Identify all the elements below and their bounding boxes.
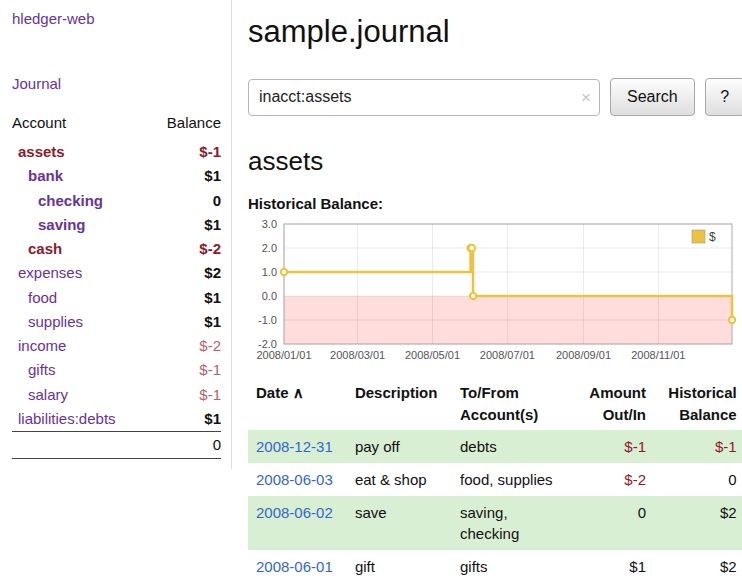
sidebar-account-row: expenses$2	[12, 261, 221, 285]
help-button[interactable]: ?	[705, 78, 742, 116]
sidebar-account-link[interactable]: bank	[28, 167, 63, 184]
transaction-date-link[interactable]: 2008-06-01	[256, 558, 333, 575]
transaction-balance: 0	[654, 463, 742, 496]
sidebar-account-link[interactable]: supplies	[28, 313, 83, 330]
col-header-date[interactable]: Date ∧	[248, 378, 347, 430]
transaction-description: gift	[347, 550, 452, 582]
sidebar-account-balance: $1	[149, 164, 221, 188]
transaction-date-link[interactable]: 2008-12-31	[256, 438, 333, 455]
col-header-accounts: To/From Account(s)	[452, 378, 574, 430]
svg-text:2008/07/01: 2008/07/01	[480, 349, 535, 361]
sidebar-account-row: checking0	[12, 189, 221, 213]
transaction-balance: $2	[654, 496, 742, 550]
col-header-description: Description	[347, 378, 452, 430]
transactions-body: 2008-12-31pay offdebts$-1$-12008-06-03ea…	[248, 430, 742, 582]
transaction-row: 2008-06-01giftgifts$1$2	[248, 550, 742, 582]
transaction-date-link[interactable]: 2008-06-03	[256, 471, 333, 488]
sidebar-account-balance: $1	[149, 407, 221, 432]
col-header-date-label: Date	[256, 384, 289, 401]
sidebar-account-link[interactable]: gifts	[28, 361, 56, 378]
sidebar-account-balance: $1	[149, 286, 221, 310]
sidebar-account-row: gifts$-1	[12, 358, 221, 382]
account-heading: assets	[248, 146, 742, 177]
transaction-row: 2008-06-03eat & shopfood, supplies$-20	[248, 463, 742, 496]
sidebar-total-spacer	[12, 432, 149, 459]
sidebar-account-row: income$-2	[12, 334, 221, 358]
sidebar-account-balance: $-1	[149, 140, 221, 164]
transaction-row: 2008-12-31pay offdebts$-1$-1	[248, 430, 742, 463]
transaction-date-link[interactable]: 2008-06-02	[256, 504, 333, 521]
search-input-wrapper: ×	[248, 79, 600, 116]
sidebar-account-link[interactable]: cash	[28, 240, 62, 257]
main-content: sample.journal × Search ? assets Histori…	[232, 0, 742, 582]
transaction-date-cell: 2008-06-03	[248, 463, 347, 496]
sidebar-account-link[interactable]: liabilities:debts	[18, 410, 116, 427]
col-header-balance: Historical Balance	[654, 378, 742, 430]
sidebar-account-row: saving$1	[12, 213, 221, 237]
nav-journal-link[interactable]: Journal	[12, 75, 221, 92]
transaction-amount: 0	[574, 496, 654, 550]
sidebar-account-balance: $-2	[149, 237, 221, 261]
transaction-date-cell: 2008-06-02	[248, 496, 347, 550]
sidebar-total-row: 0	[12, 432, 221, 459]
svg-text:2008/01/01: 2008/01/01	[256, 349, 311, 361]
transaction-accounts: gifts	[452, 550, 574, 582]
sidebar-account-balance: $-1	[149, 383, 221, 407]
accounts-header-balance: Balance	[149, 112, 221, 140]
sidebar-account-link[interactable]: expenses	[18, 264, 82, 281]
sidebar-account-balance: $-1	[149, 358, 221, 382]
app-title-link[interactable]: hledger-web	[12, 10, 221, 27]
transaction-date-cell: 2008-06-01	[248, 550, 347, 582]
transactions-table: Date ∧ Description To/From Account(s) Am…	[248, 378, 742, 582]
transaction-description: save	[347, 496, 452, 550]
svg-text:-1.0: -1.0	[258, 314, 277, 326]
balance-chart: 3.02.01.00.0-1.0-2.02008/01/012008/03/01…	[248, 218, 736, 368]
svg-text:2008/03/01: 2008/03/01	[330, 349, 385, 361]
transaction-amount: $-1	[574, 430, 654, 463]
sort-ascending-icon: ∧	[293, 384, 304, 401]
svg-text:$: $	[709, 230, 716, 244]
sidebar-account-row: supplies$1	[12, 310, 221, 334]
sidebar-account-row: cash$-2	[12, 237, 221, 261]
search-form: × Search ?	[248, 78, 742, 116]
sidebar-account-balance: 0	[149, 189, 221, 213]
sidebar-account-link[interactable]: saving	[38, 216, 86, 233]
transaction-amount: $1	[574, 550, 654, 582]
search-input[interactable]	[248, 79, 600, 116]
transaction-description: pay off	[347, 430, 452, 463]
sidebar-account-row: food$1	[12, 286, 221, 310]
transactions-header-row: Date ∧ Description To/From Account(s) Am…	[248, 378, 742, 430]
transaction-description: eat & shop	[347, 463, 452, 496]
sidebar-account-link[interactable]: food	[28, 289, 57, 306]
transaction-row: 2008-06-02savesaving, checking0$2	[248, 496, 742, 550]
sidebar-account-row: assets$-1	[12, 140, 221, 164]
svg-text:1.0: 1.0	[262, 266, 277, 278]
accounts-header-row: Account Balance	[12, 112, 221, 140]
svg-text:2008/05/01: 2008/05/01	[405, 349, 460, 361]
chart-title: Historical Balance:	[248, 195, 742, 212]
clear-search-icon[interactable]: ×	[581, 89, 591, 106]
svg-text:3.0: 3.0	[262, 218, 277, 230]
sidebar-account-balance: $2	[149, 261, 221, 285]
sidebar-account-row: salary$-1	[12, 383, 221, 407]
sidebar-account-balance: $1	[149, 310, 221, 334]
sidebar-account-balance: $1	[149, 213, 221, 237]
search-button[interactable]: Search	[610, 78, 695, 116]
page-title: sample.journal	[248, 14, 742, 50]
sidebar-account-link[interactable]: assets	[18, 143, 65, 160]
hledger-web-app: hledger-web Journal Account Balance asse…	[0, 0, 742, 582]
transaction-date-cell: 2008-12-31	[248, 430, 347, 463]
sidebar-account-link[interactable]: salary	[28, 386, 68, 403]
sidebar-total-balance: 0	[149, 432, 221, 459]
svg-text:2008/09/01: 2008/09/01	[556, 349, 611, 361]
svg-text:0.0: 0.0	[262, 290, 277, 302]
sidebar-account-link[interactable]: income	[18, 337, 66, 354]
col-header-amount: Amount Out/In	[574, 378, 654, 430]
sidebar-account-row: liabilities:debts$1	[12, 407, 221, 432]
accounts-table: Account Balance assets$-1bank$1checking0…	[12, 112, 221, 459]
svg-text:2.0: 2.0	[262, 242, 277, 254]
sidebar: hledger-web Journal Account Balance asse…	[0, 0, 232, 469]
sidebar-account-link[interactable]: checking	[38, 192, 103, 209]
transaction-accounts: food, supplies	[452, 463, 574, 496]
sidebar-accounts-body: assets$-1bank$1checking0saving$1cash$-2e…	[12, 140, 221, 432]
